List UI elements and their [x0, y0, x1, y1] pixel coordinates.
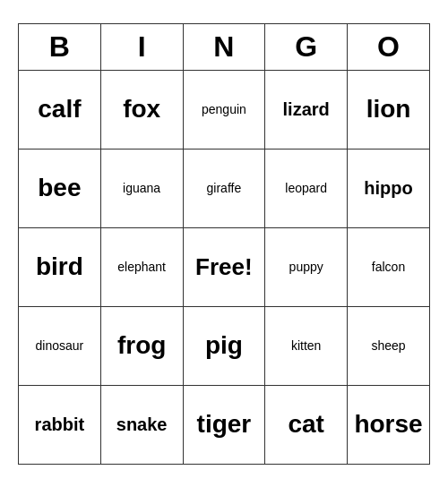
header-row: BINGO — [19, 23, 430, 70]
bingo-row: rabbitsnaketigercathorse — [19, 385, 430, 464]
cell-text: giraffe — [207, 181, 242, 195]
bingo-cell: pig — [183, 306, 265, 385]
cell-text: pig — [205, 331, 243, 359]
cell-text: kitten — [291, 338, 321, 353]
cell-text: fox — [123, 95, 160, 123]
bingo-cell: tiger — [183, 385, 265, 464]
cell-text: lizard — [283, 99, 330, 119]
bingo-cell: frog — [100, 306, 183, 385]
cell-text: rabbit — [35, 414, 85, 434]
bingo-card: BINGO calffoxpenguinlizardlionbeeiguanag… — [18, 23, 430, 465]
cell-text: puppy — [289, 260, 323, 274]
bingo-cell: fox — [100, 70, 183, 149]
cell-text: bird — [36, 252, 83, 280]
cell-text: calf — [38, 95, 81, 123]
cell-text: tiger — [197, 410, 252, 438]
header-letter: O — [348, 23, 430, 70]
bingo-cell: calf — [19, 70, 101, 149]
bingo-cell: leopard — [265, 149, 348, 227]
bingo-cell: hippo — [348, 149, 430, 227]
bingo-cell: dinosaur — [19, 306, 101, 385]
cell-text: frog — [117, 331, 166, 359]
bingo-row: birdelephantFree!puppyfalcon — [19, 227, 430, 306]
bingo-cell: elephant — [100, 227, 183, 306]
cell-text: cat — [288, 410, 323, 438]
bingo-cell: falcon — [348, 227, 430, 306]
bingo-cell: giraffe — [183, 149, 265, 227]
cell-text: hippo — [364, 178, 412, 198]
cell-text: sheep — [371, 338, 405, 353]
bingo-cell: rabbit — [19, 385, 101, 464]
bingo-cell: bee — [19, 149, 101, 227]
bingo-cell: lion — [348, 70, 430, 149]
bingo-cell: kitten — [265, 306, 348, 385]
cell-text: falcon — [372, 260, 405, 274]
header-letter: G — [265, 23, 348, 70]
cell-text: penguin — [202, 102, 246, 116]
cell-text: snake — [116, 414, 168, 434]
cell-text: iguana — [123, 181, 160, 195]
bingo-cell: cat — [265, 385, 348, 464]
bingo-row: calffoxpenguinlizardlion — [19, 70, 430, 149]
bingo-cell: Free! — [183, 227, 265, 306]
cell-text: bee — [38, 174, 81, 201]
bingo-cell: iguana — [100, 149, 183, 227]
bingo-cell: lizard — [265, 70, 348, 149]
bingo-cell: puppy — [265, 227, 348, 306]
header-letter: I — [100, 23, 183, 70]
header-letter: B — [19, 23, 101, 70]
header-letter: N — [183, 23, 265, 70]
cell-text: Free! — [195, 253, 253, 280]
bingo-row: dinosaurfrogpigkittensheep — [19, 306, 430, 385]
cell-text: leopard — [285, 181, 327, 195]
cell-text: lion — [366, 95, 411, 123]
bingo-cell: horse — [348, 385, 430, 464]
bingo-cell: penguin — [183, 70, 265, 149]
bingo-cell: bird — [19, 227, 101, 306]
bingo-cell: snake — [100, 385, 183, 464]
cell-text: dinosaur — [36, 338, 84, 353]
cell-text: elephant — [117, 260, 166, 274]
bingo-cell: sheep — [348, 306, 430, 385]
bingo-row: beeiguanagiraffeleopardhippo — [19, 149, 430, 227]
cell-text: horse — [354, 410, 422, 438]
